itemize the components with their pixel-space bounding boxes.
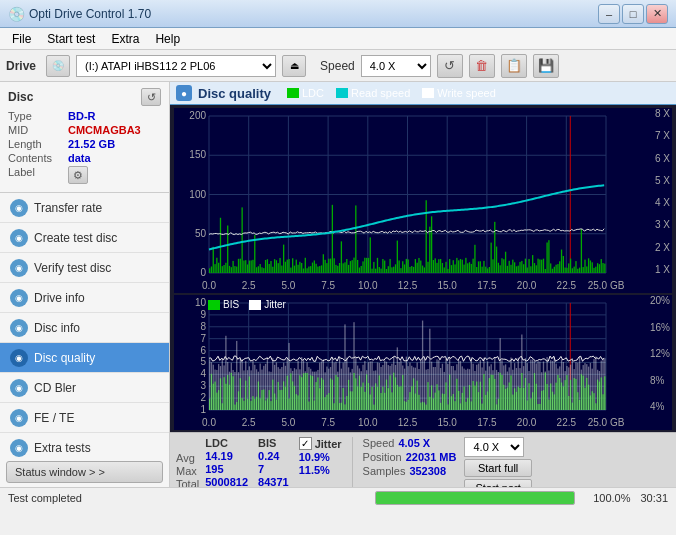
stats-bis-header: BIS — [258, 437, 289, 449]
maximize-button[interactable]: □ — [622, 4, 644, 24]
erase-button[interactable]: 🗑 — [469, 54, 495, 78]
stats-position-val: 22031 MB — [406, 451, 457, 463]
disc-label-row: Label ⚙ — [8, 166, 161, 184]
sidebar-item-fe-te[interactable]: ◉ FE / TE — [0, 403, 169, 433]
legend-read-speed-box — [336, 88, 348, 98]
disc-mid-row: MID CMCMAGBA3 — [8, 124, 161, 136]
disc-mid-label: MID — [8, 124, 68, 136]
disc-type-label: Type — [8, 110, 68, 122]
legend-write-speed-box — [422, 88, 434, 98]
refresh-button[interactable]: ↺ — [437, 54, 463, 78]
stats-position-row: Position 22031 MB — [363, 451, 457, 463]
menu-start-test[interactable]: Start test — [39, 30, 103, 48]
jitter-header-row: ✓ Jitter — [299, 437, 342, 450]
drive-info-label: Drive info — [34, 291, 85, 305]
disc-panel-title: Disc — [8, 90, 33, 104]
chart-main-title: Disc quality — [198, 86, 271, 101]
disc-length-val: 21.52 GB — [68, 138, 115, 150]
stats-controls: 4.0 X Start full Start part — [464, 437, 531, 487]
chart-header: ● Disc quality LDC Read speed Write spee… — [170, 82, 676, 105]
legend-read-speed: Read speed — [336, 87, 410, 99]
stats-bis-max: 7 — [258, 463, 289, 475]
sidebar-item-extra-tests[interactable]: ◉ Extra tests — [0, 433, 169, 457]
sidebar-item-cd-bler[interactable]: ◉ CD Bler — [0, 373, 169, 403]
stats-ldc-avg: 14.19 — [205, 450, 248, 462]
lower-chart-container: BIS Jitter 20% 16% 12% 8% 4% — [174, 295, 672, 430]
stats-jitter-col: ✓ Jitter 10.9% 11.5% — [299, 437, 342, 487]
stats-avg-label: Avg — [176, 452, 199, 464]
disc-contents-val: data — [68, 152, 91, 164]
disc-length-row: Length 21.52 GB — [8, 138, 161, 150]
legend-bis-label: BIS — [223, 299, 239, 310]
disc-refresh-button[interactable]: ↺ — [141, 88, 161, 106]
disc-type-val: BD-R — [68, 110, 96, 122]
verify-test-disc-label: Verify test disc — [34, 261, 111, 275]
legend-bis-box — [208, 300, 220, 310]
transfer-rate-label: Transfer rate — [34, 201, 102, 215]
transfer-rate-icon: ◉ — [10, 199, 28, 217]
save-button[interactable]: 💾 — [533, 54, 559, 78]
stats-speed-label: Speed — [363, 437, 395, 449]
sidebar-item-drive-info[interactable]: ◉ Drive info — [0, 283, 169, 313]
legend-jitter: Jitter — [249, 299, 286, 310]
stats-speed-select[interactable]: 4.0 X — [464, 437, 524, 457]
stats-jitter-header: Jitter — [315, 438, 342, 450]
sidebar-item-transfer-rate[interactable]: ◉ Transfer rate — [0, 193, 169, 223]
drive-icon-btn[interactable]: 💿 — [46, 55, 70, 77]
legend-ldc-box — [287, 88, 299, 98]
sidebar-item-create-test-disc[interactable]: ◉ Create test disc — [0, 223, 169, 253]
progress-fill — [376, 492, 574, 504]
disc-quality-icon: ◉ — [10, 349, 28, 367]
menu-help[interactable]: Help — [147, 30, 188, 48]
stats-total-label: Total — [176, 478, 199, 487]
stats-ldc-total: 5000812 — [205, 476, 248, 487]
create-test-disc-icon: ◉ — [10, 229, 28, 247]
sidebar-item-disc-info[interactable]: ◉ Disc info — [0, 313, 169, 343]
stats-bis-col: BIS 0.24 7 84371 — [258, 437, 289, 487]
stats-samples-val: 352308 — [409, 465, 446, 477]
legend-jitter-label: Jitter — [264, 299, 286, 310]
menu-bar: File Start test Extra Help — [0, 28, 676, 50]
menu-extra[interactable]: Extra — [103, 30, 147, 48]
stats-position-label: Position — [363, 451, 402, 463]
main-layout: Disc ↺ Type BD-R MID CMCMAGBA3 Length 21… — [0, 82, 676, 487]
fe-te-label: FE / TE — [34, 411, 74, 425]
start-full-button[interactable]: Start full — [464, 459, 531, 477]
upper-chart-container: 8 X 7 X 6 X 5 X 4 X 3 X 2 X 1 X — [174, 108, 672, 293]
legend-bis: BIS — [208, 299, 239, 310]
eject-button[interactable]: ⏏ — [282, 55, 306, 77]
legend-read-speed-label: Read speed — [351, 87, 410, 99]
progress-bar-container — [375, 491, 575, 505]
jitter-checkbox[interactable]: ✓ — [299, 437, 312, 450]
sidebar-item-verify-test-disc[interactable]: ◉ Verify test disc — [0, 253, 169, 283]
stats-jitter-avg: 10.9% — [299, 451, 342, 463]
disc-label-icon[interactable]: ⚙ — [68, 166, 88, 184]
lower-chart-legend: BIS Jitter — [204, 297, 290, 312]
drive-select[interactable]: (I:) ATAPI iHBS112 2 PL06 — [76, 55, 276, 77]
disc-length-label: Length — [8, 138, 68, 150]
sidebar-item-disc-quality[interactable]: ◉ Disc quality — [0, 343, 169, 373]
legend-ldc: LDC — [287, 87, 324, 99]
legend-jitter-box — [249, 300, 261, 310]
stats-bis-avg: 0.24 — [258, 450, 289, 462]
window-controls: – □ ✕ — [598, 4, 668, 24]
stats-bis-total: 84371 — [258, 476, 289, 487]
cd-bler-label: CD Bler — [34, 381, 76, 395]
speed-select[interactable]: 4.0 X — [361, 55, 431, 77]
disc-contents-row: Contents data — [8, 152, 161, 164]
stats-speed-row: Speed 4.05 X — [363, 437, 457, 449]
status-window-button[interactable]: Status window > > — [6, 461, 163, 483]
status-bar: Test completed 100.0% 30:31 — [0, 487, 676, 507]
title-bar: 💿 Opti Drive Control 1.70 – □ ✕ — [0, 0, 676, 28]
disc-info-icon: ◉ — [10, 319, 28, 337]
drive-label: Drive — [6, 59, 36, 73]
menu-file[interactable]: File — [4, 30, 39, 48]
copy-button[interactable]: 📋 — [501, 54, 527, 78]
extra-tests-label: Extra tests — [34, 441, 91, 455]
stats-ldc-max: 195 — [205, 463, 248, 475]
content-area: ● Disc quality LDC Read speed Write spee… — [170, 82, 676, 487]
close-button[interactable]: ✕ — [646, 4, 668, 24]
disc-label-label: Label — [8, 166, 68, 184]
start-part-button[interactable]: Start part — [464, 479, 531, 487]
minimize-button[interactable]: – — [598, 4, 620, 24]
